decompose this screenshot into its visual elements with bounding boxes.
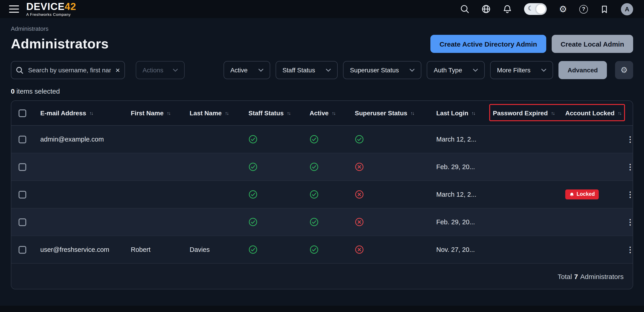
- active-check-icon: [310, 218, 355, 227]
- table-row: user@freshservice.com Robert Davies Nov.…: [11, 236, 633, 264]
- moon-icon: ☾: [528, 5, 533, 11]
- table-row: Feb. 29, 20... ⋮: [11, 208, 633, 236]
- total-label: Total: [558, 273, 572, 280]
- search-input-icon: [16, 66, 24, 74]
- column-header-staff-status[interactable]: Staff Status↑↓: [248, 109, 310, 117]
- sort-icon: ↑↓: [167, 110, 170, 116]
- active-filter-dropdown[interactable]: Active: [224, 61, 270, 79]
- column-header-first-name[interactable]: First Name↑↓: [131, 109, 190, 117]
- device42-logo[interactable]: DEVICE42 A Freshworks Company: [26, 2, 76, 16]
- administrators-table: E-mail Address↑↓ First Name↑↓ Last Name↑…: [11, 100, 633, 289]
- cell-last-login: Feb. 29, 20...: [436, 163, 493, 170]
- user-avatar[interactable]: A: [621, 3, 633, 15]
- logo-subtitle: A Freshworks Company: [26, 13, 76, 16]
- sort-icon: ↑↓: [90, 110, 93, 116]
- table-row: March 12, 2... Locked ⋮: [11, 181, 633, 208]
- dropdown-label: Staff Status: [282, 66, 315, 74]
- staff-status-check-icon: [248, 135, 310, 144]
- row-actions-kebab[interactable]: ⋮: [626, 191, 633, 198]
- row-actions-kebab[interactable]: ⋮: [626, 163, 633, 171]
- row-actions-kebab[interactable]: ⋮: [626, 218, 633, 226]
- actions-dropdown[interactable]: Actions: [136, 61, 185, 79]
- notifications-bell-icon[interactable]: [503, 4, 512, 13]
- alarm-bell-icon: [569, 192, 574, 197]
- row-checkbox[interactable]: [18, 135, 26, 143]
- row-checkbox[interactable]: [18, 163, 26, 171]
- search-box: ×: [11, 61, 125, 79]
- superuser-status-filter-dropdown[interactable]: Superuser Status: [343, 61, 421, 79]
- theme-toggle[interactable]: ☾: [524, 3, 547, 15]
- auth-type-filter-dropdown[interactable]: Auth Type: [427, 61, 485, 79]
- column-label: First Name: [131, 109, 164, 117]
- active-check-icon: [310, 245, 355, 254]
- table-settings-button[interactable]: ⚙: [615, 61, 633, 79]
- cell-last-name: Davies: [190, 246, 248, 253]
- filter-toolbar: × Actions Active Staff Status Superuser …: [11, 61, 633, 79]
- staff-status-filter-dropdown[interactable]: Staff Status: [276, 61, 338, 79]
- bookmark-icon[interactable]: [600, 5, 609, 13]
- more-filters-dropdown[interactable]: More Filters: [490, 61, 553, 79]
- main-content: Administrators Administrators Create Act…: [0, 25, 644, 289]
- cell-first-name: Robert: [131, 246, 190, 253]
- advanced-button[interactable]: Advanced: [558, 61, 607, 79]
- chevron-down-icon: [173, 68, 178, 72]
- select-all-checkbox[interactable]: [18, 109, 26, 117]
- column-header-account-locked[interactable]: Account Locked↑↓: [565, 109, 626, 117]
- column-label: Active: [310, 109, 328, 117]
- search-input[interactable]: [27, 66, 112, 74]
- logo-wordmark: DEVICE42: [26, 2, 76, 12]
- column-label: Last Login: [436, 109, 468, 117]
- active-check-icon: [310, 135, 355, 144]
- gear-icon: ⚙: [620, 66, 628, 74]
- selection-count: 0: [11, 87, 15, 95]
- column-header-last-name[interactable]: Last Name↑↓: [190, 109, 248, 117]
- active-check-icon: [310, 162, 355, 171]
- column-label: E-mail Address: [40, 109, 86, 117]
- page-title: Administrators: [11, 36, 108, 51]
- cell-account-locked: Locked: [565, 190, 626, 199]
- superuser-check-icon: [355, 135, 436, 144]
- sort-icon: ↑↓: [287, 110, 290, 116]
- settings-gear-icon[interactable]: ⚙: [559, 4, 567, 13]
- column-label: Staff Status: [248, 109, 284, 117]
- select-all-cell: [18, 109, 40, 117]
- row-actions-kebab[interactable]: ⋮: [626, 135, 633, 143]
- sort-icon: ↑↓: [472, 110, 475, 116]
- filter-dropdown-group: Active Staff Status Superuser Status Aut…: [224, 61, 633, 79]
- row-checkbox[interactable]: [18, 191, 26, 198]
- create-active-directory-admin-button[interactable]: Create Active Directory Admin: [430, 35, 546, 53]
- locked-badge-label: Locked: [576, 192, 595, 197]
- cell-last-login: Feb. 29, 20...: [436, 218, 493, 226]
- title-row: Administrators Create Active Directory A…: [11, 35, 633, 53]
- column-header-password-expired[interactable]: Password Expired↑↓: [493, 109, 565, 117]
- cell-last-login: Nov. 27, 20...: [436, 246, 493, 253]
- help-icon[interactable]: ?: [579, 5, 588, 13]
- sort-icon: ↑↓: [225, 110, 228, 116]
- toggle-knob: [536, 4, 546, 14]
- table-footer: Total 7 Administrators: [11, 264, 633, 289]
- sort-icon: ↑↓: [410, 110, 414, 116]
- row-checkbox[interactable]: [18, 246, 26, 254]
- logo-accent: 42: [65, 1, 76, 12]
- column-header-last-login[interactable]: Last Login↑↓: [436, 109, 493, 117]
- column-header-email[interactable]: E-mail Address↑↓: [40, 109, 131, 117]
- create-local-admin-button[interactable]: Create Local Admin: [552, 35, 633, 53]
- clear-search-icon[interactable]: ×: [116, 66, 120, 74]
- column-header-active[interactable]: Active↑↓: [310, 109, 355, 117]
- row-checkbox[interactable]: [18, 218, 26, 226]
- cell-last-login: March 12, 2...: [436, 136, 493, 143]
- active-check-icon: [310, 190, 355, 199]
- search-icon[interactable]: [460, 4, 469, 13]
- cell-email: admin@example.com: [40, 136, 131, 143]
- menu-icon[interactable]: [9, 5, 19, 13]
- column-header-superuser-status[interactable]: Superuser Status↑↓: [355, 109, 436, 117]
- top-navbar: DEVICE42 A Freshworks Company ☾ ⚙ ? A: [0, 0, 644, 18]
- actions-dropdown-label: Actions: [142, 66, 164, 74]
- breadcrumb[interactable]: Administrators: [11, 25, 48, 32]
- selection-label: items selected: [16, 87, 60, 95]
- sort-icon: ↑↓: [332, 110, 335, 116]
- globe-icon[interactable]: [482, 4, 490, 13]
- staff-status-check-icon: [248, 190, 310, 199]
- cell-last-login: March 12, 2...: [436, 191, 493, 198]
- row-actions-kebab[interactable]: ⋮: [626, 246, 633, 254]
